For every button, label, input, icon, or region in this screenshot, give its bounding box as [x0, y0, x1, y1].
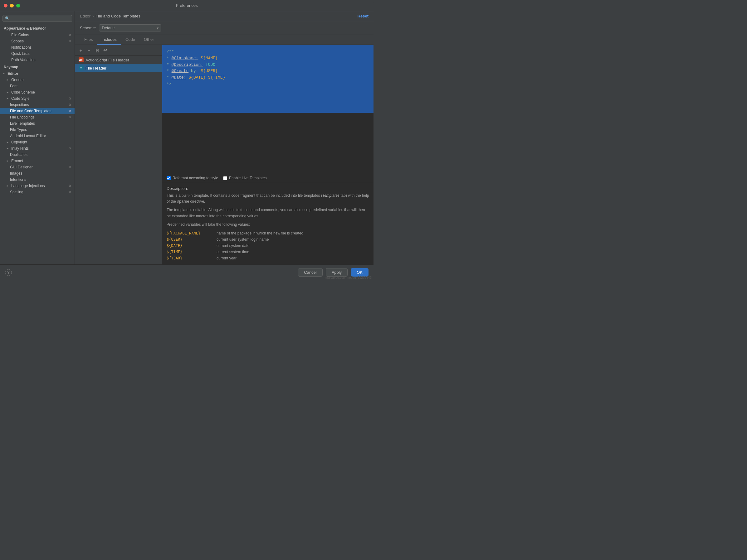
code-line-1: /**: [166, 49, 369, 55]
help-button[interactable]: ?: [5, 269, 12, 276]
sidebar-item-file-colors[interactable]: File Colors ⧉: [0, 32, 75, 38]
sidebar-label: File Types: [10, 128, 27, 132]
code-line-3: * @Description: TODO: [166, 62, 369, 68]
sidebar-item-code-style[interactable]: ► Code Style ⧉: [0, 96, 75, 102]
sidebar-label: Inspections: [10, 103, 29, 107]
sidebar-label: Editor: [7, 72, 19, 76]
copy-icon: ⧉: [69, 184, 71, 188]
var-row: ${YEAR} current year: [166, 255, 369, 261]
actionscript-icon: AS: [79, 57, 84, 62]
code-line-2: * @ClassName: ${NAME}: [166, 55, 369, 62]
description-title: Description:: [166, 186, 369, 191]
expand-arrow-icon: ►: [6, 78, 9, 81]
copy-icon: ⧉: [69, 109, 71, 113]
reset-template-button[interactable]: ↩: [102, 47, 109, 54]
sidebar-item-path-variables[interactable]: Path Variables: [0, 57, 75, 63]
sidebar-item-file-and-code-templates[interactable]: File and Code Templates ⧉: [0, 108, 75, 114]
var-name: ${TIME}: [166, 249, 216, 255]
tab-code[interactable]: Code: [121, 35, 139, 45]
cancel-button[interactable]: Cancel: [298, 268, 322, 276]
var-row: ${USER} current user system login name: [166, 236, 369, 243]
minimize-button[interactable]: [10, 4, 14, 7]
sidebar-item-language-injections[interactable]: ► Language Injections ⧉: [0, 183, 75, 189]
breadcrumb-parent: Editor: [80, 14, 91, 18]
file-item-header[interactable]: ≡ File Header: [75, 64, 162, 72]
sidebar-item-android-layout-editor[interactable]: Android Layout Editor: [0, 133, 75, 139]
breadcrumb-current: File and Code Templates: [96, 14, 140, 18]
sidebar-item-gui-designer[interactable]: GUI Designer ⧉: [0, 164, 75, 170]
sidebar-item-editor-header[interactable]: ▼ Editor: [0, 71, 75, 77]
tab-other[interactable]: Other: [139, 35, 158, 45]
sidebar-item-general[interactable]: ► General: [0, 77, 75, 83]
sidebar-item-font[interactable]: Font: [0, 83, 75, 89]
file-item-actionscript[interactable]: AS ActionScript File Header: [75, 56, 162, 64]
sidebar-label: Inlay Hints: [11, 146, 29, 151]
sidebar-item-notifications[interactable]: Notifications: [0, 44, 75, 51]
live-templates-label: Enable Live Templates: [229, 176, 267, 180]
sidebar-item-file-encodings[interactable]: File Encodings ⧉: [0, 114, 75, 121]
code-editor[interactable]: /** * @ClassName: ${NAME} * @Description…: [162, 45, 374, 113]
sidebar-item-scopes[interactable]: Scopes ⧉: [0, 38, 75, 44]
sidebar-item-file-types[interactable]: File Types: [0, 127, 75, 133]
sidebar-item-copyright[interactable]: ► Copyright: [0, 139, 75, 145]
window-title: Preferences: [176, 3, 198, 8]
options-row: Reformat according to style Enable Live …: [162, 173, 374, 183]
copy-icon: ⧉: [69, 33, 71, 37]
sidebar-label: Notifications: [11, 45, 31, 50]
sidebar-label: Spelling: [10, 190, 23, 194]
section-keymap[interactable]: Keymap: [0, 63, 75, 71]
sidebar-item-inlay-hints[interactable]: ► Inlay Hints ⧉: [0, 145, 75, 152]
sidebar-item-quick-lists[interactable]: Quick Lists: [0, 51, 75, 57]
sidebar-label: Code Style: [11, 96, 30, 101]
url-label: https://blog.csdn.net/qq_29232943: [322, 275, 374, 280]
tab-includes[interactable]: Includes: [97, 35, 121, 45]
sidebar-item-live-templates[interactable]: Live Templates: [0, 121, 75, 127]
breadcrumb-separator: ›: [92, 14, 94, 18]
sidebar-item-images[interactable]: Images: [0, 170, 75, 177]
sidebar-label: Live Templates: [10, 121, 35, 126]
code-line-4: * @Create by: ${USER}: [166, 68, 369, 75]
remove-button[interactable]: −: [85, 47, 92, 54]
sidebar-item-inspections[interactable]: Inspections ⧉: [0, 102, 75, 108]
sidebar-item-intentions[interactable]: Intentions: [0, 177, 75, 183]
toolbar: + − ⎘ ↩: [75, 45, 162, 56]
code-rest: [162, 113, 374, 174]
search-box[interactable]: 🔍: [2, 15, 72, 22]
search-icon: 🔍: [5, 16, 10, 21]
live-templates-checkbox-label[interactable]: Enable Live Templates: [223, 176, 267, 180]
var-name: ${DATE}: [166, 243, 216, 249]
file-item-label: ActionScript File Header: [85, 58, 129, 62]
sidebar: 🔍 Appearance & Behavior File Colors ⧉ Sc…: [0, 11, 75, 264]
add-button[interactable]: +: [77, 47, 84, 54]
var-row: ${DATE} current system date: [166, 243, 369, 249]
sidebar-label: Quick Lists: [11, 51, 30, 56]
sidebar-item-spelling[interactable]: Spelling ⧉: [0, 189, 75, 195]
copy-icon: ⧉: [69, 97, 71, 100]
search-input[interactable]: [11, 16, 70, 21]
copy-button[interactable]: ⎘: [94, 47, 101, 54]
maximize-button[interactable]: [16, 4, 20, 7]
content-area: Editor › File and Code Templates Reset S…: [75, 11, 374, 264]
title-bar: Preferences: [0, 0, 374, 11]
reset-button[interactable]: Reset: [358, 14, 368, 18]
sidebar-label: Path Variables: [11, 58, 35, 62]
expand-arrow-icon: ►: [6, 159, 9, 162]
description-text1: This is a built-in template. It contains…: [166, 193, 369, 205]
var-desc: name of the package in which the new fil…: [216, 230, 369, 236]
description-text3: Predefined variables will take the follo…: [166, 222, 369, 228]
copy-icon: ⧉: [69, 103, 71, 107]
copy-icon: ⧉: [69, 115, 71, 119]
content-header: Editor › File and Code Templates Reset: [75, 11, 374, 21]
code-line-6: */: [166, 81, 369, 88]
reformat-checkbox[interactable]: [166, 176, 171, 180]
tab-files[interactable]: Files: [80, 35, 97, 45]
sidebar-item-color-scheme[interactable]: ► Color Scheme: [0, 89, 75, 96]
reformat-checkbox-label[interactable]: Reformat according to style: [166, 176, 218, 180]
sidebar-item-emmet[interactable]: ► Emmet: [0, 158, 75, 164]
sidebar-item-duplicates[interactable]: Duplicates: [0, 152, 75, 158]
live-templates-checkbox[interactable]: [223, 176, 227, 180]
close-button[interactable]: [4, 4, 7, 7]
expand-arrow-icon: ►: [6, 141, 9, 144]
scheme-select[interactable]: Default: [99, 24, 161, 31]
description-text2: The template is editable. Along with sta…: [166, 207, 369, 219]
